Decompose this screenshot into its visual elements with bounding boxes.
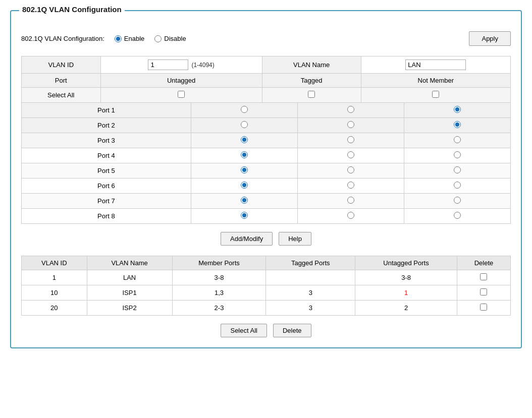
vlan-name-col-header: VLAN Name <box>262 56 361 74</box>
vlan-enable-radio-group: Enable Disable <box>115 35 186 42</box>
untagged-radio[interactable] <box>241 121 248 128</box>
delete-cell <box>457 285 510 301</box>
port-not-member-cell <box>404 209 510 224</box>
delete-checkbox[interactable] <box>480 273 487 280</box>
untagged-radio[interactable] <box>241 166 248 173</box>
add-modify-button[interactable]: Add/Modify <box>221 232 273 246</box>
list-member-ports-header: Member Ports <box>172 256 266 270</box>
port-not-member-cell <box>404 178 510 194</box>
delete-checkbox[interactable] <box>480 288 487 295</box>
list-cell: LAN <box>87 270 172 285</box>
tagged-radio[interactable] <box>347 106 354 113</box>
untagged-radio[interactable] <box>241 182 248 189</box>
port-not-member-cell <box>404 163 510 178</box>
select-all-tagged-checkbox[interactable] <box>308 91 315 98</box>
tagged-radio[interactable] <box>347 197 354 204</box>
vlan-id-col-header: VLAN ID <box>22 56 101 74</box>
select-all-button[interactable]: Select All <box>221 324 267 337</box>
port-name-cell: Port 8 <box>22 209 191 224</box>
port-row: Port 1 <box>22 103 511 118</box>
apply-button[interactable]: Apply <box>469 31 511 46</box>
port-name-cell: Port 3 <box>22 133 191 148</box>
disable-label: Disable <box>164 35 186 42</box>
bottom-button-row: Select All Delete <box>21 324 511 337</box>
untagged-radio[interactable] <box>241 106 248 113</box>
list-cell: 1 <box>355 285 457 301</box>
port-name-cell: Port 1 <box>22 103 191 118</box>
list-cell: 2-3 <box>172 301 266 316</box>
untagged-col-header: Untagged <box>100 74 262 88</box>
untagged-radio[interactable] <box>241 197 248 204</box>
disable-radio-label[interactable]: Disable <box>154 35 186 42</box>
port-untagged-cell <box>191 209 297 224</box>
list-header-row: VLAN ID VLAN Name Member Ports Tagged Po… <box>22 256 511 270</box>
port-name-cell: Port 4 <box>22 148 191 163</box>
list-cell: 10 <box>22 285 87 301</box>
tagged-radio[interactable] <box>347 121 354 128</box>
not-member-radio[interactable] <box>454 121 461 128</box>
port-tagged-cell <box>297 209 404 224</box>
port-not-member-cell <box>404 118 510 133</box>
disable-radio[interactable] <box>154 35 162 42</box>
action-button-row: Add/Modify Help <box>21 232 511 246</box>
tagged-radio[interactable] <box>347 151 354 158</box>
list-tagged-ports-header: Tagged Ports <box>266 256 355 270</box>
vlan-id-input[interactable] <box>148 59 188 70</box>
select-all-not-member-checkbox[interactable] <box>432 91 439 98</box>
page-container: 802.1Q VLAN Configuration 802.1Q VLAN Co… <box>10 10 522 348</box>
tagged-radio[interactable] <box>347 212 354 219</box>
port-not-member-cell <box>404 148 510 163</box>
list-delete-header: Delete <box>457 256 510 270</box>
port-tagged-cell <box>297 163 404 178</box>
port-name-cell: Port 2 <box>22 118 191 133</box>
not-member-radio[interactable] <box>454 166 461 173</box>
port-tagged-cell <box>297 148 404 163</box>
enable-label: Enable <box>124 35 144 42</box>
tagged-radio[interactable] <box>347 182 354 189</box>
not-member-radio[interactable] <box>454 197 461 204</box>
vlan-list-table: VLAN ID VLAN Name Member Ports Tagged Po… <box>21 256 511 316</box>
enable-radio-label[interactable]: Enable <box>115 35 144 42</box>
list-cell: 3-8 <box>355 270 457 285</box>
port-untagged-cell <box>191 163 297 178</box>
port-row: Port 7 <box>22 194 511 209</box>
port-row: Port 4 <box>22 148 511 163</box>
not-member-col-header: Not Member <box>361 74 510 88</box>
untagged-radio[interactable] <box>241 212 248 219</box>
port-tagged-cell <box>297 133 404 148</box>
tagged-radio[interactable] <box>347 166 354 173</box>
list-cell: 20 <box>22 301 87 316</box>
list-vlan-name-header: VLAN Name <box>87 256 172 270</box>
not-member-radio[interactable] <box>454 136 461 143</box>
not-member-radio[interactable] <box>454 151 461 158</box>
port-untagged-cell <box>191 194 297 209</box>
select-all-row: Select All <box>22 88 511 103</box>
not-member-radio[interactable] <box>454 182 461 189</box>
help-button[interactable]: Help <box>279 232 311 246</box>
enable-radio[interactable] <box>115 35 122 42</box>
list-cell: 1,3 <box>172 285 266 301</box>
vlan-name-input[interactable] <box>405 59 466 70</box>
list-cell: ISP1 <box>87 285 172 301</box>
not-member-radio[interactable] <box>454 212 461 219</box>
delete-button[interactable]: Delete <box>273 324 311 337</box>
vlan-id-name-row: VLAN ID (1-4094) VLAN Name <box>22 56 511 74</box>
vlan-id-range: (1-4094) <box>191 62 214 69</box>
delete-checkbox[interactable] <box>480 304 487 311</box>
tagged-radio[interactable] <box>347 136 354 143</box>
select-all-untagged-cell <box>100 88 262 103</box>
untagged-radio[interactable] <box>241 151 248 158</box>
untagged-radio[interactable] <box>241 136 248 143</box>
not-member-radio[interactable] <box>454 106 461 113</box>
select-all-untagged-checkbox[interactable] <box>178 91 185 98</box>
vlan-config-table: VLAN ID (1-4094) VLAN Name Port <box>21 56 511 103</box>
port-tagged-cell <box>297 194 404 209</box>
col-header-row: Port Untagged Tagged Not Member <box>22 74 511 88</box>
config-row: 802.1Q VLAN Configuration: Enable Disabl… <box>21 31 511 46</box>
list-item: 1LAN3-83-8 <box>22 270 511 285</box>
list-cell: ISP2 <box>87 301 172 316</box>
port-tagged-cell <box>297 103 404 118</box>
port-tagged-cell <box>297 118 404 133</box>
list-item: 10ISP11,331 <box>22 285 511 301</box>
port-table: Port 1Port 2Port 3Port 4Port 5Port 6Port… <box>21 102 511 224</box>
